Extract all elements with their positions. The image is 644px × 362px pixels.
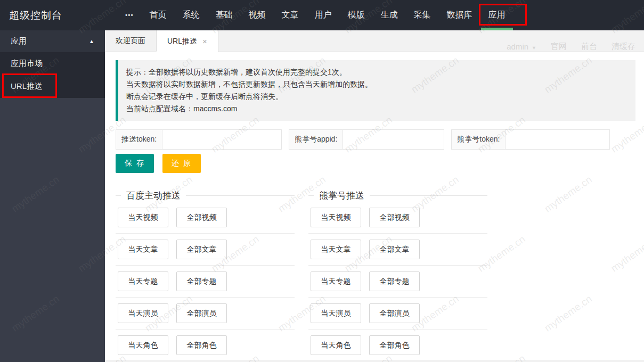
menu-item-video[interactable]: 视频 bbox=[241, 0, 274, 30]
chevron-down-icon: ▼ bbox=[532, 45, 536, 51]
menu-item-template[interactable]: 模版 bbox=[340, 0, 373, 30]
menu-item-basic[interactable]: 基础 bbox=[208, 0, 241, 30]
xiongzhang-video-row: 当天视频 全部视频 bbox=[308, 202, 487, 233]
baidu-today-video-button[interactable]: 当天视频 bbox=[118, 208, 168, 227]
tab-welcome[interactable]: 欢迎页面 bbox=[105, 30, 157, 51]
user-dropdown[interactable]: admin▼ bbox=[507, 42, 536, 51]
push-token-label: 推送token: bbox=[116, 129, 162, 150]
push-token-group: 推送token: bbox=[116, 129, 282, 150]
tab-bar: 欢迎页面 URL推送 × admin▼ 官网 前台 清缓存 bbox=[105, 30, 644, 52]
menu-item-collect[interactable]: 采集 bbox=[406, 0, 439, 30]
tab-url-push[interactable]: URL推送 × bbox=[157, 30, 218, 52]
xiongzhang-push-title: 熊掌号推送 bbox=[314, 190, 370, 202]
save-button[interactable]: 保 存 bbox=[116, 154, 154, 173]
more-menu-icon[interactable]: ••• bbox=[117, 0, 142, 30]
baidu-video-row: 当天视频 全部视频 bbox=[116, 202, 295, 233]
xiongzhang-token-label: 熊掌号token: bbox=[451, 129, 506, 150]
baidu-role-row: 当天角色 全部角色 bbox=[116, 330, 295, 361]
clear-cache-link[interactable]: 清缓存 bbox=[612, 42, 635, 52]
notice-box: 提示：全部数据将以历史数据新增，建议首次使用完整的提交1次。 当天数据将以实时数… bbox=[116, 60, 635, 121]
xiongzhang-appid-label: 熊掌号appid: bbox=[289, 129, 343, 150]
front-site-link[interactable]: 前台 bbox=[581, 42, 597, 52]
notice-line-2: 当天数据将以实时数据新增，不包括更新数据，只包含当天新增加的数据。 bbox=[126, 78, 627, 90]
push-token-input[interactable] bbox=[162, 129, 282, 150]
xiongzhang-topic-row: 当天专题 全部专题 bbox=[308, 266, 487, 297]
chevron-up-icon: ▲ bbox=[89, 38, 94, 44]
baidu-all-topic-button[interactable]: 全部专题 bbox=[176, 272, 227, 291]
active-menu-indicator bbox=[481, 28, 513, 30]
content-panel: 提示：全部数据将以历史数据新增，建议首次使用完整的提交1次。 当天数据将以实时数… bbox=[105, 52, 644, 362]
xiongzhang-all-video-button[interactable]: 全部视频 bbox=[369, 208, 420, 227]
xiongzhang-all-article-button[interactable]: 全部文章 bbox=[369, 240, 420, 259]
menu-item-user[interactable]: 用户 bbox=[307, 0, 340, 30]
baidu-today-article-button[interactable]: 当天文章 bbox=[118, 240, 168, 259]
sidebar-submenu: 应用市场 URL推送 bbox=[0, 52, 105, 98]
tab-url-push-label: URL推送 bbox=[167, 37, 197, 46]
xiongzhang-today-article-button[interactable]: 当天文章 bbox=[311, 240, 361, 259]
menu-item-app[interactable]: 应用 bbox=[480, 0, 513, 30]
main-area: 欢迎页面 URL推送 × admin▼ 官网 前台 清缓存 提示：全部数据将以历… bbox=[105, 30, 644, 362]
sidebar: 应用 ▲ 应用市场 URL推送 bbox=[0, 30, 105, 362]
action-buttons: 保 存 还 原 bbox=[116, 154, 635, 173]
xiongzhang-push-section: 熊掌号推送 当天视频 全部视频 当天文章 全部文章 当天专题 bbox=[308, 190, 487, 361]
menu-item-app-label: 应用 bbox=[488, 10, 506, 21]
footer-strip bbox=[105, 360, 644, 362]
xiongzhang-today-role-button[interactable]: 当天角色 bbox=[311, 335, 361, 355]
reset-button[interactable]: 还 原 bbox=[162, 154, 201, 173]
xiongzhang-all-role-button[interactable]: 全部角色 bbox=[369, 335, 420, 355]
notice-line-1: 提示：全部数据将以历史数据新增，建议首次使用完整的提交1次。 bbox=[126, 66, 627, 78]
sidebar-empty-area bbox=[0, 98, 105, 362]
sidebar-group-label: 应用 bbox=[11, 36, 27, 46]
official-site-link[interactable]: 官网 bbox=[551, 42, 567, 52]
menu-item-generate[interactable]: 生成 bbox=[373, 0, 406, 30]
baidu-article-row: 当天文章 全部文章 bbox=[116, 234, 295, 265]
baidu-today-topic-button[interactable]: 当天专题 bbox=[118, 272, 168, 291]
app-logo: 超级控制台 bbox=[0, 0, 105, 30]
baidu-all-video-button[interactable]: 全部视频 bbox=[176, 208, 227, 227]
xiongzhang-appid-group: 熊掌号appid: bbox=[289, 129, 444, 150]
baidu-today-role-button[interactable]: 当天角色 bbox=[118, 335, 168, 355]
baidu-topic-row: 当天专题 全部专题 bbox=[116, 266, 295, 297]
xiongzhang-all-actor-button[interactable]: 全部演员 bbox=[369, 303, 420, 323]
admin-page: 超级控制台 ••• 首页 系统 基础 视频 文章 用户 模版 生成 采集 数据库… bbox=[0, 0, 644, 362]
xiongzhang-role-row: 当天角色 全部角色 bbox=[308, 330, 487, 361]
baidu-all-article-button[interactable]: 全部文章 bbox=[176, 240, 227, 259]
top-navbar: 超级控制台 ••• 首页 系统 基础 视频 文章 用户 模版 生成 采集 数据库… bbox=[0, 0, 644, 30]
baidu-push-title: 百度主动推送 bbox=[121, 190, 186, 202]
xiongzhang-token-group: 熊掌号token: bbox=[451, 129, 610, 150]
baidu-all-role-button[interactable]: 全部角色 bbox=[176, 335, 227, 355]
sidebar-item-app-market[interactable]: 应用市场 bbox=[0, 52, 105, 75]
main-menu: ••• 首页 系统 基础 视频 文章 用户 模版 生成 采集 数据库 应用 bbox=[117, 0, 513, 30]
xiongzhang-today-actor-button[interactable]: 当天演员 bbox=[311, 303, 361, 323]
menu-item-article[interactable]: 文章 bbox=[274, 0, 307, 30]
token-form: 推送token: 熊掌号appid: 熊掌号token: bbox=[116, 129, 635, 150]
notice-line-4: 当前站点配置域名：maccms.com bbox=[126, 103, 627, 115]
notice-line-3: 断点会记录在缓存中，更新缓存后断点将消失。 bbox=[126, 90, 627, 103]
push-sections: 百度主动推送 当天视频 全部视频 当天文章 全部文章 当天专题 bbox=[116, 190, 635, 361]
xiongzhang-today-video-button[interactable]: 当天视频 bbox=[311, 208, 361, 227]
menu-item-home[interactable]: 首页 bbox=[142, 0, 175, 30]
menu-item-database[interactable]: 数据库 bbox=[439, 0, 480, 30]
xiongzhang-appid-input[interactable] bbox=[343, 129, 444, 150]
close-icon[interactable]: × bbox=[202, 37, 207, 46]
xiongzhang-token-input[interactable] bbox=[506, 129, 610, 150]
baidu-push-section: 百度主动推送 当天视频 全部视频 当天文章 全部文章 当天专题 bbox=[116, 190, 295, 361]
user-bar: admin▼ 官网 前台 清缓存 bbox=[507, 42, 635, 52]
baidu-today-actor-button[interactable]: 当天演员 bbox=[118, 303, 168, 323]
xiongzhang-actor-row: 当天演员 全部演员 bbox=[308, 298, 487, 329]
sidebar-item-url-push[interactable]: URL推送 bbox=[0, 75, 105, 98]
xiongzhang-article-row: 当天文章 全部文章 bbox=[308, 234, 487, 265]
xiongzhang-today-topic-button[interactable]: 当天专题 bbox=[311, 272, 361, 291]
baidu-all-actor-button[interactable]: 全部演员 bbox=[176, 303, 227, 323]
menu-item-system[interactable]: 系统 bbox=[175, 0, 208, 30]
sidebar-group-app[interactable]: 应用 ▲ bbox=[0, 30, 105, 52]
xiongzhang-all-topic-button[interactable]: 全部专题 bbox=[369, 272, 420, 291]
baidu-actor-row: 当天演员 全部演员 bbox=[116, 298, 295, 329]
